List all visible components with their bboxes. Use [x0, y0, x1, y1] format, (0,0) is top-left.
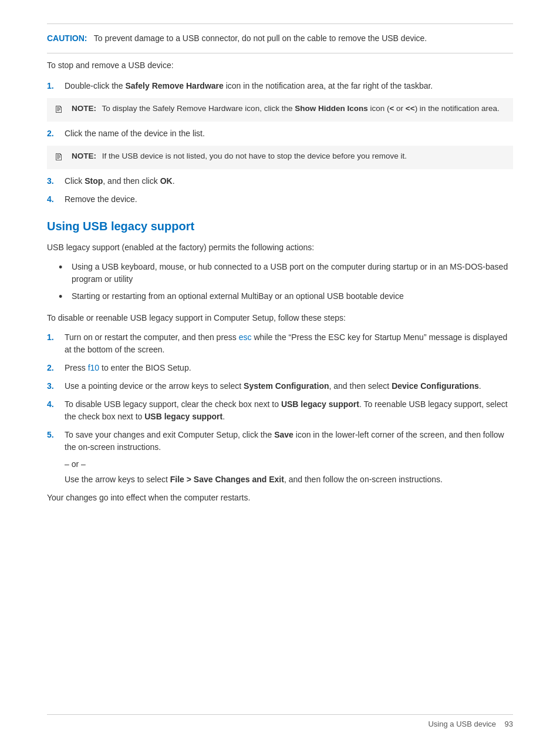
section-heading: Using USB legacy support: [47, 220, 513, 233]
footer-label: Using a USB device: [428, 720, 496, 728]
usb-step-3: 3. Use a pointing device or the arrow ke…: [47, 380, 513, 392]
remove-steps: 1. Double-click the Safely Remove Hardwa…: [47, 80, 513, 92]
step-4-num: 4.: [47, 193, 65, 206]
usb-step-4-content: To disable USB legacy support, clear the…: [65, 398, 513, 423]
note-icon-1: 🖹: [54, 103, 67, 117]
caution-label: CAUTION:: [47, 33, 87, 43]
usb-step-1: 1. Turn on or restart the computer, and …: [47, 331, 513, 356]
bullet-2-text: Starting or restarting from an optional …: [72, 290, 404, 303]
bullet-1: • Using a USB keyboard, mouse, or hub co…: [59, 261, 513, 285]
usb-step-5: 5. To save your changes and exit Compute…: [47, 429, 513, 453]
usb-step-5-content: To save your changes and exit Computer S…: [65, 429, 513, 453]
step-1: 1. Double-click the Safely Remove Hardwa…: [47, 80, 513, 92]
step-3-content: Click Stop, and then click OK.: [65, 175, 513, 187]
caution-text: CAUTION: To prevent damage to a USB conn…: [47, 32, 513, 45]
remove-steps-2: 2. Click the name of the device in the l…: [47, 127, 513, 140]
footer-divider: [47, 714, 513, 715]
step-1-content: Double-click the Safely Remove Hardware …: [65, 80, 513, 92]
final-text: Your changes go into effect when the com…: [47, 492, 513, 504]
step-2-content: Click the name of the device in the list…: [65, 127, 513, 140]
remove-steps-34: 3. Click Stop, and then click OK. 4. Rem…: [47, 175, 513, 206]
usb-step-3-content: Use a pointing device or the arrow keys …: [65, 380, 513, 392]
steps-intro: To disable or reenable USB legacy suppor…: [47, 312, 513, 324]
usb-step-1-content: Turn on or restart the computer, and the…: [65, 331, 513, 356]
step-4-content: Remove the device.: [65, 193, 513, 206]
section-intro: USB legacy support (enabled at the facto…: [47, 241, 513, 254]
f10-link: f10: [88, 363, 99, 372]
step-2: 2. Click the name of the device in the l…: [47, 127, 513, 140]
usb-step-2-num: 2.: [47, 362, 65, 374]
bullet-list: • Using a USB keyboard, mouse, or hub co…: [59, 261, 513, 304]
usb-step-5-num: 5.: [47, 429, 65, 453]
note-1-content: NOTE: To display the Safely Remove Hardw…: [72, 103, 500, 115]
esc-link: esc: [239, 332, 252, 342]
step-2-num: 2.: [47, 127, 65, 140]
note-icon-2: 🖹: [54, 150, 67, 164]
usb-step-4: 4. To disable USB legacy support, clear …: [47, 398, 513, 423]
footer-page: 93: [505, 720, 513, 728]
bullet-2: • Starting or restarting from an optiona…: [59, 290, 513, 304]
step-1-num: 1.: [47, 80, 65, 92]
usb-step-2-content: Press f10 to enter the BIOS Setup.: [65, 362, 513, 374]
step-3-num: 3.: [47, 175, 65, 187]
bullet-dot-1: •: [59, 261, 67, 274]
note-2: 🖹 NOTE: If the USB device is not listed,…: [47, 146, 513, 169]
usb-step-1-num: 1.: [47, 331, 65, 356]
alt-instruction: Use the arrow keys to select File > Save…: [65, 473, 513, 486]
usb-step-4-num: 4.: [47, 398, 65, 423]
step-4: 4. Remove the device.: [47, 193, 513, 206]
note-1: 🖹 NOTE: To display the Safely Remove Har…: [47, 98, 513, 122]
footer: Using a USB device 93: [0, 714, 560, 728]
remove-intro: To stop and remove a USB device:: [47, 59, 513, 72]
note-2-content: NOTE: If the USB device is not listed, y…: [72, 150, 407, 162]
step-3: 3. Click Stop, and then click OK.: [47, 175, 513, 187]
bullet-dot-2: •: [59, 290, 67, 304]
caution-body: To prevent damage to a USB connector, do…: [94, 33, 427, 43]
usb-step-2: 2. Press f10 to enter the BIOS Setup.: [47, 362, 513, 374]
bullet-1-text: Using a USB keyboard, mouse, or hub conn…: [72, 261, 513, 285]
usb-steps: 1. Turn on or restart the computer, and …: [47, 331, 513, 453]
or-line: – or –: [65, 459, 513, 469]
divider-1: [47, 53, 513, 53]
caution-block: CAUTION: To prevent damage to a USB conn…: [47, 23, 513, 45]
usb-step-3-num: 3.: [47, 380, 65, 392]
